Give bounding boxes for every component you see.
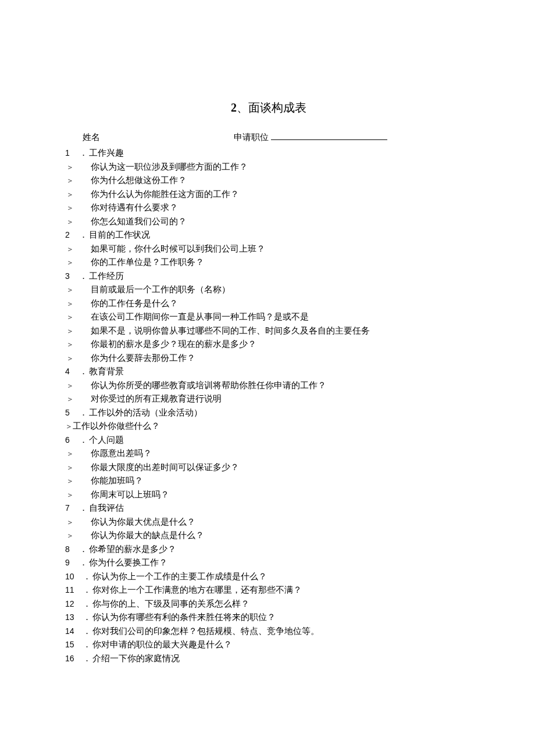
sub-item: ＞你为什么想做这份工作？ xyxy=(65,174,472,188)
sub-item: ＞在该公司工作期间你一直是从事同一种工作吗？是或不是 xyxy=(65,310,472,324)
sub-item-text: 如果不是，说明你曾从事过哪些不同的工作、时间多久及各自的主要任务 xyxy=(91,326,370,335)
section-number: 6 xyxy=(65,433,79,447)
section-heading: 5．工作以外的活动（业余活动） xyxy=(65,406,472,420)
section-dot: ． xyxy=(79,367,88,376)
section-label: 目前的工作状况 xyxy=(89,230,150,239)
section-heading: 15．你对申请的职位的最大兴趣是什么？ xyxy=(65,638,472,652)
section-heading: 6．个人问题 xyxy=(65,433,472,447)
section-dot: ． xyxy=(79,544,88,554)
sub-item: ＞你的工作任务是什么？ xyxy=(65,297,472,311)
section-label: 你认为你有哪些有利的条件来胜任将来的职位？ xyxy=(92,612,276,622)
sub-item-inline: ＞工作以外你做些什么？ xyxy=(65,420,472,433)
section-dot: ． xyxy=(83,572,91,581)
section-number: 1 xyxy=(65,146,79,160)
section-heading: 4．教育背景 xyxy=(65,365,472,379)
section-number: 12 xyxy=(65,597,83,611)
sub-item: ＞你能加班吗？ xyxy=(65,474,472,488)
sub-item-text: 对你受过的所有正规教育进行说明 xyxy=(91,394,222,403)
section-heading: 7．自我评估 xyxy=(65,501,472,515)
section-heading: 11．你对你上一个工作满意的地方在哪里，还有那些不满？ xyxy=(65,583,472,597)
sub-item-text: 工作以外你做些什么？ xyxy=(73,421,160,431)
arrow-icon: ＞ xyxy=(65,256,91,270)
section-number: 15 xyxy=(65,638,83,652)
section-number: 10 xyxy=(65,570,83,584)
section-dot: ． xyxy=(83,654,91,663)
section-number: 9 xyxy=(65,556,79,570)
sub-item-text: 你能加班吗？ xyxy=(91,476,143,485)
arrow-icon: ＞ xyxy=(65,242,91,256)
section-label: 你认为你上一个工作的主要工作成绩是什么？ xyxy=(92,572,267,581)
arrow-icon: ＞ xyxy=(65,174,91,188)
section-number: 4 xyxy=(65,365,79,379)
arrow-icon: ＞ xyxy=(65,283,91,297)
body-lines: 1．工作兴趣＞你认为这一职位涉及到哪些方面的工作？＞你为什么想做这份工作？＞你为… xyxy=(65,146,472,665)
sub-item-text: 你为什么想做这份工作？ xyxy=(91,175,187,185)
sub-item-text: 你周末可以上班吗？ xyxy=(91,490,169,499)
sub-item-text: 如果可能，你什么时候可以到我们公司上班？ xyxy=(91,244,265,253)
sub-item: ＞你为什么认为你能胜任这方面的工作？ xyxy=(65,188,472,202)
section-dot: ． xyxy=(79,148,88,157)
section-label: 自我评估 xyxy=(89,503,124,513)
sub-item: ＞你认为你最大优点是什么？ xyxy=(65,515,472,529)
section-label: 你为什么要换工作？ xyxy=(89,558,167,567)
sub-item: ＞你认为你所受的哪些教育或培训将帮助你胜任你申请的工作？ xyxy=(65,379,472,393)
sub-item-text: 你对待遇有什么要求？ xyxy=(91,203,178,212)
arrow-icon: ＞ xyxy=(65,352,91,366)
sub-item: ＞目前或最后一个工作的职务（名称） xyxy=(65,283,472,297)
sub-item: ＞你为什么要辞去那份工作？ xyxy=(65,352,472,366)
arrow-icon: ＞ xyxy=(65,379,91,393)
sub-item-text: 你的工作任务是什么？ xyxy=(91,299,178,308)
sub-item: ＞你对待遇有什么要求？ xyxy=(65,201,472,215)
section-label: 你对我们公司的印象怎样？包括规模、特点、竞争地位等。 xyxy=(92,626,319,636)
sub-item-text: 你为什么要辞去那份工作？ xyxy=(91,353,195,363)
sub-item-text: 你的工作单位是？工作职务？ xyxy=(91,257,204,267)
arrow-icon: ＞ xyxy=(65,447,91,461)
arrow-icon: ＞ xyxy=(65,324,91,338)
section-dot: ． xyxy=(79,435,88,445)
document-title: 2、面谈构成表 xyxy=(65,100,472,116)
position-label: 申请职位 xyxy=(234,132,269,143)
section-heading: 13．你认为你有哪些有利的条件来胜任将来的职位？ xyxy=(65,611,472,625)
section-label: 个人问题 xyxy=(89,435,124,445)
section-label: 工作以外的活动（业余活动） xyxy=(89,408,202,417)
arrow-icon: ＞ xyxy=(65,529,91,543)
header-row: 姓名 申请职位 xyxy=(65,132,472,143)
sub-item-text: 在该公司工作期间你一直是从事同一种工作吗？是或不是 xyxy=(91,312,309,321)
title-number: 2 xyxy=(231,101,237,114)
section-heading: 12．你与你的上、下级及同事的关系怎么样？ xyxy=(65,597,472,611)
section-number: 2 xyxy=(65,228,79,242)
section-label: 你对你上一个工作满意的地方在哪里，还有那些不满？ xyxy=(92,585,302,594)
section-number: 8 xyxy=(65,543,79,557)
sub-item: ＞你最大限度的出差时间可以保证多少？ xyxy=(65,461,472,475)
title-separator: 、 xyxy=(237,101,248,114)
section-heading: 10．你认为你上一个工作的主要工作成绩是什么？ xyxy=(65,570,472,584)
section-dot: ． xyxy=(83,626,91,636)
arrow-icon: ＞ xyxy=(65,392,91,406)
sub-item: ＞你愿意出差吗？ xyxy=(65,447,472,461)
sub-item-text: 目前或最后一个工作的职务（名称） xyxy=(91,285,230,294)
section-number: 16 xyxy=(65,652,83,666)
arrow-icon: ＞ xyxy=(65,488,91,502)
sub-item-text: 你认为你最大优点是什么？ xyxy=(91,517,195,526)
sub-item-text: 你怎么知道我们公司的？ xyxy=(91,217,187,226)
sub-item-text: 你最初的薪水是多少？现在的薪水是多少？ xyxy=(91,339,256,349)
arrow-icon: ＞ xyxy=(65,201,91,215)
document-content: 2、面谈构成表 姓名 申请职位 1．工作兴趣＞你认为这一职位涉及到哪些方面的工作… xyxy=(65,100,472,665)
section-dot: ． xyxy=(79,558,88,567)
arrow-icon: ＞ xyxy=(65,461,91,475)
section-heading: 14．你对我们公司的印象怎样？包括规模、特点、竞争地位等。 xyxy=(65,625,472,639)
sub-item: ＞如果可能，你什么时候可以到我们公司上班？ xyxy=(65,242,472,256)
section-dot: ． xyxy=(79,408,88,417)
sub-item-text: 你为什么认为你能胜任这方面的工作？ xyxy=(91,189,239,199)
section-heading: 9．你为什么要换工作？ xyxy=(65,556,472,570)
sub-item: ＞你的工作单位是？工作职务？ xyxy=(65,256,472,270)
section-dot: ． xyxy=(83,585,91,594)
section-dot: ． xyxy=(83,640,91,649)
sub-item: ＞你认为这一职位涉及到哪些方面的工作？ xyxy=(65,160,472,174)
section-dot: ． xyxy=(79,230,88,239)
position-underline xyxy=(271,132,387,140)
sub-item-text: 你认为你最大的缺点是什么？ xyxy=(91,531,204,540)
section-dot: ． xyxy=(83,612,91,622)
section-label: 教育背景 xyxy=(89,367,124,376)
section-dot: ． xyxy=(79,503,88,513)
